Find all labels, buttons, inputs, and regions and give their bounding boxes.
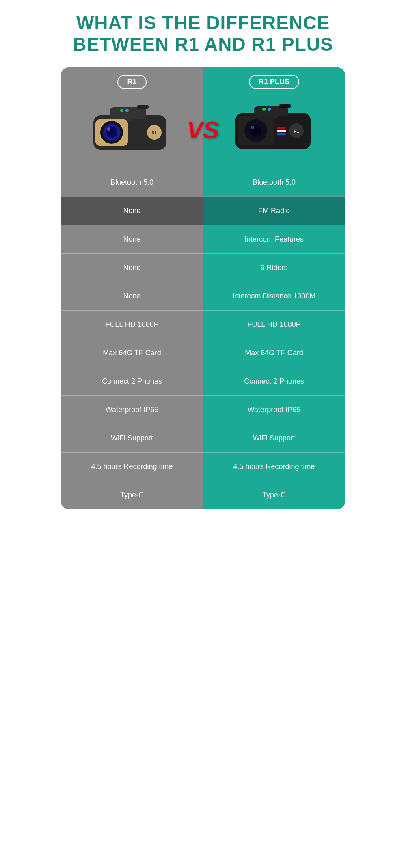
feature-row-1: NoneFM Radio bbox=[61, 196, 345, 225]
feature-r1-3: None bbox=[61, 253, 203, 282]
feature-r1plus-5: FULL HD 1080P bbox=[203, 310, 345, 339]
feature-r1-5: FULL HD 1080P bbox=[61, 310, 203, 339]
svg-point-12 bbox=[125, 109, 129, 112]
feature-r1-1: None bbox=[61, 196, 203, 225]
feature-r1-0: Bluetooth 5.0 bbox=[61, 168, 203, 196]
feature-r1-2: None bbox=[61, 225, 203, 253]
feature-row-2: NoneIntercom Features bbox=[61, 225, 345, 253]
feature-row-9: WiFi SupportWiFi Support bbox=[61, 424, 345, 452]
feature-row-6: Max 64G TF CardMax 64G TF Card bbox=[61, 339, 345, 367]
feature-r1plus-9: WiFi Support bbox=[203, 424, 345, 452]
features-section: Bluetooth 5.0Bluetooth 5.0NoneFM RadioNo… bbox=[61, 168, 345, 509]
feature-r1plus-11: Type-C bbox=[203, 481, 345, 509]
feature-r1plus-1: FM Radio bbox=[203, 196, 345, 225]
r1plus-camera-svg: R1 bbox=[231, 99, 317, 158]
feature-r1plus-7: Connect 2 Phones bbox=[203, 367, 345, 395]
svg-point-20 bbox=[253, 128, 258, 133]
r1plus-header: R1 PLUS bbox=[203, 67, 345, 93]
feature-r1-10: 4.5 hours Recording time bbox=[61, 452, 203, 481]
feature-row-5: FULL HD 1080PFULL HD 1080P bbox=[61, 310, 345, 339]
feature-r1plus-0: Bluetooth 5.0 bbox=[203, 168, 345, 196]
r1-label: R1 bbox=[117, 75, 146, 89]
feature-row-4: NoneIntercom Distance 1000M bbox=[61, 282, 345, 310]
vs-badge: VS bbox=[187, 118, 219, 143]
svg-point-7 bbox=[107, 127, 110, 131]
svg-point-6 bbox=[109, 130, 114, 135]
feature-r1-11: Type-C bbox=[61, 481, 203, 509]
r1-header: R1 bbox=[61, 67, 203, 93]
feature-r1plus-10: 4.5 hours Recording time bbox=[203, 452, 345, 481]
svg-rect-13 bbox=[137, 105, 149, 109]
svg-rect-26 bbox=[277, 130, 286, 132]
comparison-table: R1 R1 PLUS bbox=[61, 67, 345, 509]
r1plus-label: R1 PLUS bbox=[249, 75, 299, 89]
feature-r1plus-6: Max 64G TF Card bbox=[203, 339, 345, 367]
feature-r1plus-4: Intercom Distance 1000M bbox=[203, 282, 345, 310]
feature-row-8: Waterproof IP65Waterproof IP65 bbox=[61, 395, 345, 424]
image-row: R1 VS bbox=[61, 93, 345, 168]
feature-row-3: None6 Riders bbox=[61, 253, 345, 282]
svg-rect-30 bbox=[279, 104, 291, 108]
feature-r1plus-8: Waterproof IP65 bbox=[203, 395, 345, 424]
header-row: R1 R1 PLUS bbox=[61, 67, 345, 93]
svg-rect-25 bbox=[277, 127, 286, 129]
page-container: WHAT IS THE DIFFERENCE BETWEEN R1 AND R1… bbox=[61, 12, 345, 509]
svg-point-28 bbox=[262, 108, 266, 111]
feature-r1-6: Max 64G TF Card bbox=[61, 339, 203, 367]
svg-text:R1: R1 bbox=[294, 129, 299, 134]
svg-point-21 bbox=[251, 126, 254, 129]
main-title: WHAT IS THE DIFFERENCE BETWEEN R1 AND R1… bbox=[73, 12, 333, 55]
feature-row-10: 4.5 hours Recording time4.5 hours Record… bbox=[61, 452, 345, 481]
feature-r1-9: WiFi Support bbox=[61, 424, 203, 452]
r1-camera-svg: R1 bbox=[89, 99, 175, 158]
svg-text:R1: R1 bbox=[152, 131, 157, 135]
r1-image-cell: R1 bbox=[61, 93, 203, 168]
r1plus-image-cell: R1 bbox=[203, 93, 345, 168]
feature-r1plus-2: Intercom Features bbox=[203, 225, 345, 253]
feature-r1-7: Connect 2 Phones bbox=[61, 367, 203, 395]
svg-point-11 bbox=[120, 109, 123, 112]
feature-r1plus-3: 6 Riders bbox=[203, 253, 345, 282]
feature-row-0: Bluetooth 5.0Bluetooth 5.0 bbox=[61, 168, 345, 196]
feature-r1-4: None bbox=[61, 282, 203, 310]
feature-row-7: Connect 2 PhonesConnect 2 Phones bbox=[61, 367, 345, 395]
feature-row-11: Type-CType-C bbox=[61, 481, 345, 509]
svg-rect-27 bbox=[277, 133, 286, 135]
svg-point-29 bbox=[268, 108, 271, 111]
feature-r1-8: Waterproof IP65 bbox=[61, 395, 203, 424]
